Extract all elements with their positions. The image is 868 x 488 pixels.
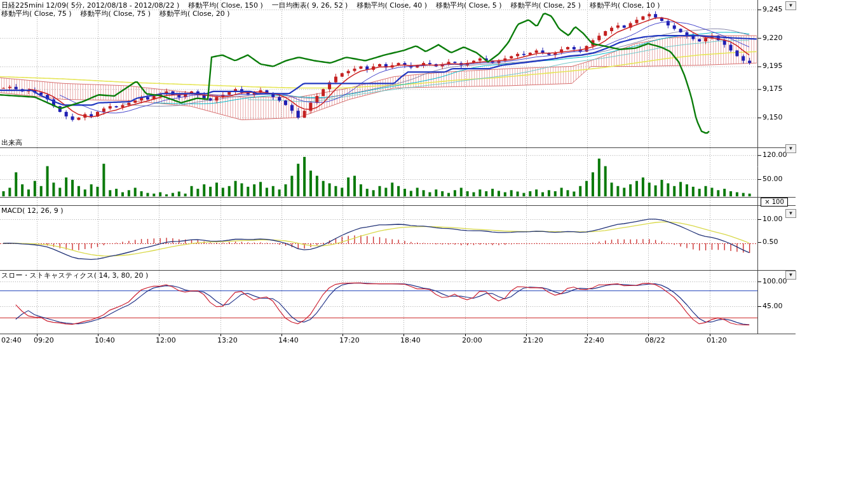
dropdown-arrow-icon: ▼ <box>789 272 794 278</box>
dropdown-arrow-icon: ▼ <box>789 210 794 216</box>
price-panel-dropdown-button[interactable]: ▼ <box>785 1 796 10</box>
dropdown-arrow-icon: ▼ <box>789 3 794 8</box>
chart-canvas[interactable] <box>0 0 868 488</box>
macd-panel-dropdown-button[interactable]: ▼ <box>785 209 796 218</box>
stoch-panel-dropdown-button[interactable]: ▼ <box>785 271 796 280</box>
trading-chart-app: 日経225mini 12/09( 5分, 2012/08/18 - 2012/0… <box>0 0 868 488</box>
volume-panel-dropdown-button[interactable]: ▼ <box>785 144 796 153</box>
dropdown-arrow-icon: ▼ <box>789 146 794 151</box>
